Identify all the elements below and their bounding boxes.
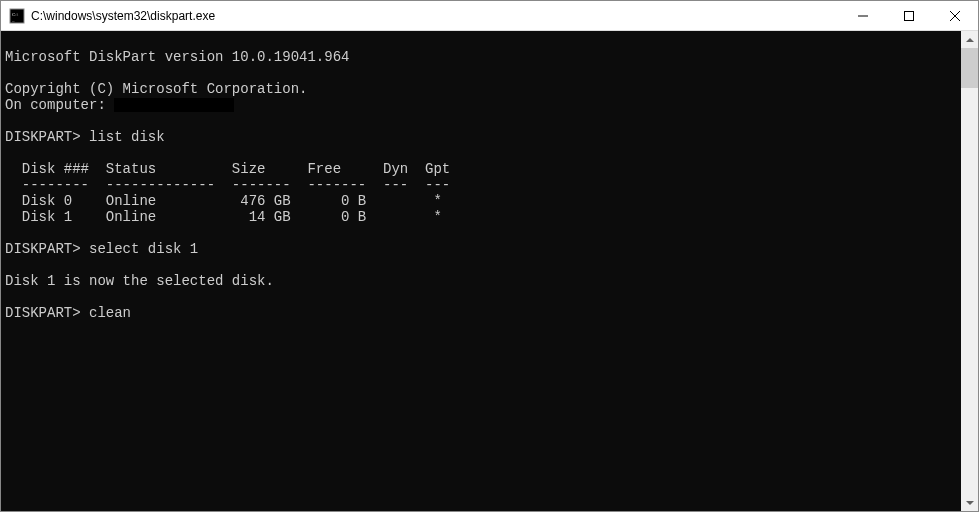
minimize-button[interactable] bbox=[840, 1, 886, 30]
titlebar: C:\ _ C:\windows\system32\diskpart.exe bbox=[1, 1, 978, 31]
table-row: Disk 1 Online 14 GB 0 B * bbox=[5, 209, 442, 225]
scroll-down-button[interactable] bbox=[961, 494, 978, 511]
command-list-disk: list disk bbox=[89, 129, 165, 145]
svg-text:_: _ bbox=[11, 17, 15, 22]
prompt: DISKPART> bbox=[5, 305, 89, 321]
command-select-disk: select disk 1 bbox=[89, 241, 198, 257]
scrollbar-thumb[interactable] bbox=[961, 48, 978, 88]
svg-rect-4 bbox=[905, 11, 914, 20]
command-clean: clean bbox=[89, 305, 131, 321]
table-row: Disk 0 Online 476 GB 0 B * bbox=[5, 193, 442, 209]
svg-marker-8 bbox=[966, 501, 974, 505]
svg-marker-7 bbox=[966, 38, 974, 42]
window-title: C:\windows\system32\diskpart.exe bbox=[31, 9, 840, 23]
version-line: Microsoft DiskPart version 10.0.19041.96… bbox=[5, 49, 349, 65]
table-header: Disk ### Status Size Free Dyn Gpt bbox=[5, 161, 450, 177]
maximize-button[interactable] bbox=[886, 1, 932, 30]
app-icon: C:\ _ bbox=[9, 8, 25, 24]
msg-selected: Disk 1 is now the selected disk. bbox=[5, 273, 274, 289]
prompt: DISKPART> bbox=[5, 129, 89, 145]
table-divider: -------- ------------- ------- ------- -… bbox=[5, 177, 450, 193]
scroll-up-button[interactable] bbox=[961, 31, 978, 48]
vertical-scrollbar[interactable] bbox=[961, 31, 978, 511]
prompt: DISKPART> bbox=[5, 241, 89, 257]
copyright-line: Copyright (C) Microsoft Corporation. bbox=[5, 81, 307, 97]
console-output[interactable]: Microsoft DiskPart version 10.0.19041.96… bbox=[1, 31, 961, 511]
console-wrap: Microsoft DiskPart version 10.0.19041.96… bbox=[1, 31, 978, 511]
computer-prefix: On computer: bbox=[5, 97, 114, 113]
window-controls bbox=[840, 1, 978, 30]
close-button[interactable] bbox=[932, 1, 978, 30]
scrollbar-track[interactable] bbox=[961, 48, 978, 494]
redacted-computer-name bbox=[114, 98, 234, 112]
